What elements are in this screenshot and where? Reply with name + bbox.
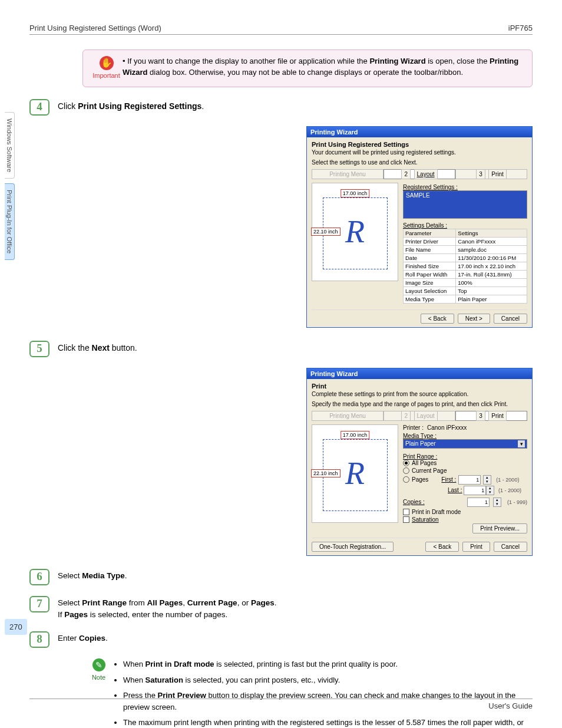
settings-details-table: ParameterSettings Printer DriverCanon iP…: [403, 229, 527, 304]
checkbox-saturation[interactable]: Saturation: [403, 516, 527, 523]
wizard2-sub1: Complete these settings to print from th…: [312, 391, 527, 397]
table-row: Printer DriverCanon iPFxxxx: [404, 237, 527, 245]
crumb2-print[interactable]: 3 Print: [455, 411, 527, 421]
step-4: 4 Click Print Using Registered Settings.: [29, 99, 533, 116]
page-number: 270: [5, 619, 27, 635]
note-list: When Print in Draft mode is selected, pr…: [115, 658, 533, 728]
step-5-num: 5: [29, 341, 49, 357]
step-4-text: Click Print Using Registered Settings.: [58, 99, 533, 113]
step-4-num: 4: [29, 99, 49, 116]
note-item: When Saturation is selected, you can pri…: [123, 674, 533, 686]
table-row: File Namesample.doc: [404, 245, 527, 253]
important-label: Important: [90, 71, 123, 81]
step-7-num: 7: [29, 596, 49, 612]
last-spinner[interactable]: ▴▾: [486, 486, 494, 495]
one-touch-registration-button[interactable]: One-Touch Registration...: [312, 542, 394, 552]
step-8-num: 8: [29, 631, 49, 648]
printer-row: Printer : Canon iPFxxxx: [403, 424, 527, 431]
header-right: iPF765: [508, 24, 533, 32]
tab-print-plugin[interactable]: Print Plug-In for Office: [5, 183, 15, 260]
registered-settings-label: Registered Settings :: [403, 184, 527, 190]
back-button-2[interactable]: < Back: [425, 542, 459, 552]
wizard-print: Printing Wizard Print Complete these set…: [306, 368, 533, 556]
table-row: Image Size100%: [404, 278, 527, 286]
table-row: Layout SelectionTop: [404, 286, 527, 295]
print-preview-button[interactable]: Print Preview...: [472, 523, 527, 533]
preview2-height: 22.10 inch: [311, 469, 340, 477]
header-left: Print Using Registered Settings (Word): [29, 24, 161, 32]
wizard1-preview: 17.00 inch 22.10 inch R: [312, 183, 398, 281]
chevron-down-icon: ▾: [518, 440, 525, 447]
crumb2-printing-menu[interactable]: Printing Menu: [312, 411, 384, 421]
table-row: Date11/30/2010 2:00:16 PM: [404, 253, 527, 262]
copies-row: Copies : 1▴▾ (1 - 999): [403, 498, 527, 507]
important-text: • If you want to change the display to a…: [123, 56, 525, 81]
side-tabs: Windows Software Print Plug-In for Offic…: [5, 112, 19, 265]
media-type-label: Media Type :: [403, 433, 527, 439]
checkbox-draft-mode[interactable]: Print in Draft mode: [403, 509, 527, 515]
media-type-select[interactable]: Plain Paper ▾: [403, 439, 527, 449]
wizard2-preview: 17.00 inch 22.10 inch R: [312, 424, 398, 523]
wizard-registered-settings: Printing Wizard Print Using Registered S…: [306, 126, 533, 328]
table-row: Finished Size17.00 inch x 22.10 inch: [404, 262, 527, 270]
step-5-text: Click the Next button.: [58, 341, 533, 354]
cancel-button[interactable]: Cancel: [494, 314, 527, 324]
step-8: 8 Enter Copies.: [29, 631, 533, 648]
back-button[interactable]: < Back: [421, 314, 454, 324]
wizard1-titlebar: Printing Wizard: [307, 127, 532, 137]
step-6: 6 Select Media Type.: [29, 569, 533, 585]
tab-windows-software[interactable]: Windows Software: [5, 112, 15, 179]
page-header: Print Using Registered Settings (Word) i…: [29, 24, 533, 35]
print-button[interactable]: Print: [462, 542, 490, 552]
step-7: 7 Select Print Range from All Pages, Cur…: [29, 596, 533, 621]
crumb-printing-menu[interactable]: Printing Menu: [312, 169, 384, 179]
note-item: When Print in Draft mode is selected, pr…: [123, 658, 533, 670]
step-6-num: 6: [29, 569, 49, 585]
radio-pages[interactable]: Pages First : 1▴▾ (1 - 2000): [403, 475, 527, 485]
preview2-width: 17.00 inch: [340, 431, 370, 439]
wizard2-titlebar: Printing Wizard: [307, 368, 532, 379]
next-button[interactable]: Next >: [458, 314, 490, 324]
wizard1-heading: Print Using Registered Settings: [312, 141, 527, 148]
crumb-layout[interactable]: 2 Layout: [384, 169, 455, 179]
preview-width: 17.00 inch: [340, 189, 370, 197]
last-row: Last : 1▴▾ (1 - 2000): [448, 486, 527, 495]
note-icon: ✎: [92, 658, 105, 671]
cancel-button-2[interactable]: Cancel: [494, 542, 527, 552]
important-callout: ✋ Important • If you want to change the …: [82, 50, 533, 87]
note-label: Note: [82, 673, 115, 683]
registered-settings-list[interactable]: SAMPLE: [403, 190, 527, 219]
table-row: Roll Paper Width17-in. Roll (431.8mm): [404, 270, 527, 278]
first-page-input[interactable]: 1: [458, 475, 481, 485]
step-8-text: Enter Copies.: [58, 631, 533, 644]
important-icon: ✋: [100, 56, 114, 70]
footer: User's Guide: [29, 699, 533, 710]
wizard2-heading: Print: [312, 383, 527, 390]
wizard1-sub1: Your document will be printed using regi…: [312, 149, 527, 156]
table-row: Media TypePlain Paper: [404, 295, 527, 303]
last-page-input[interactable]: 1: [464, 486, 486, 495]
copies-input[interactable]: 1: [467, 498, 490, 507]
note-block: ✎ Note When Print in Draft mode is selec…: [82, 658, 533, 728]
preview-height: 22.10 inch: [311, 228, 340, 236]
crumb-print[interactable]: 3 Print: [455, 169, 527, 179]
radio-current-page[interactable]: Current Page: [403, 467, 527, 474]
step-6-text: Select Media Type.: [58, 569, 533, 582]
note-item: The maximum print length when printing w…: [123, 717, 533, 728]
wizard1-breadcrumb: Printing Menu 2 Layout 3 Print: [312, 169, 527, 179]
print-range-label: Print Range :: [403, 453, 527, 460]
radio-all-pages[interactable]: All Pages: [403, 460, 527, 466]
step-5: 5 Click the Next button.: [29, 341, 533, 357]
settings-details-label: Settings Details :: [403, 222, 527, 229]
step-7-text: Select Print Range from All Pages, Curre…: [58, 596, 533, 621]
crumb2-layout[interactable]: 2 Layout: [384, 411, 455, 421]
first-spinner[interactable]: ▴▾: [483, 475, 491, 485]
copies-spinner[interactable]: ▴▾: [493, 498, 501, 507]
wizard1-sub2: Select the settings to use and click Nex…: [312, 159, 527, 166]
wizard2-sub2: Specify the media type and the range of …: [312, 401, 527, 407]
wizard2-breadcrumb: Printing Menu 2 Layout 3 Print: [312, 411, 527, 421]
